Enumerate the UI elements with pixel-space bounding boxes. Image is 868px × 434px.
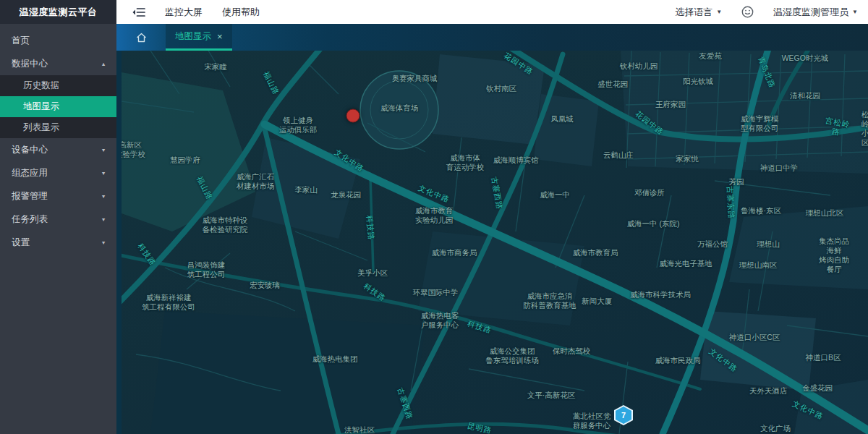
sidebar-menu: 首页数据中心▲历史数据地图显示列表显示设备中心▼组态应用▼报警管理▼任务列表▼设… bbox=[0, 24, 116, 254]
tab-map-display[interactable]: 地图显示 × bbox=[166, 24, 232, 51]
chevron-down-icon: ▼ bbox=[101, 193, 106, 199]
sidebar-submenu: 历史数据地图显示列表显示 bbox=[0, 75, 116, 138]
chevron-up-icon: ▲ bbox=[101, 61, 106, 67]
user-name: 温湿度监测管理员 bbox=[773, 6, 848, 19]
sidebar-item-device-center[interactable]: 设备中心▼ bbox=[0, 138, 116, 161]
sidebar-item-scada-apps[interactable]: 组态应用▼ bbox=[0, 161, 116, 184]
sidebar-item-label: 组态应用 bbox=[12, 167, 48, 179]
service-icon[interactable] bbox=[741, 6, 754, 18]
app-title: 温湿度监测云平台 bbox=[0, 0, 116, 24]
sidebar-item-map-display[interactable]: 地图显示 bbox=[0, 96, 116, 117]
sidebar-item-label: 任务列表 bbox=[12, 213, 48, 226]
map-marker-layer: 7 bbox=[122, 51, 868, 434]
tab-close-icon[interactable]: × bbox=[217, 31, 223, 42]
nav-monitor-screen[interactable]: 监控大屏 bbox=[165, 6, 203, 19]
sidebar-item-list-display[interactable]: 列表显示 bbox=[0, 117, 116, 138]
app-window: 温湿度监测云平台 首页数据中心▲历史数据地图显示列表显示设备中心▼组态应用▼报警… bbox=[0, 0, 868, 434]
chevron-down-icon: ▼ bbox=[101, 216, 106, 222]
content-area: 福山路福山路文化中路文化中路文化中路文化中路花园中路花园中路宫松岭路古寨西路古寨… bbox=[116, 51, 868, 434]
sidebar-item-label: 设备中心 bbox=[12, 144, 48, 156]
home-icon[interactable] bbox=[136, 33, 147, 43]
cluster-marker[interactable]: 7 bbox=[614, 405, 633, 425]
sidebar-item-task-list[interactable]: 任务列表▼ bbox=[0, 208, 116, 231]
sidebar-item-label: 首页 bbox=[12, 35, 30, 47]
chevron-down-icon: ▼ bbox=[101, 147, 106, 153]
chevron-down-icon: ▼ bbox=[716, 9, 722, 15]
map[interactable]: 福山路福山路文化中路文化中路文化中路文化中路花园中路花园中路宫松岭路古寨西路古寨… bbox=[122, 51, 868, 434]
language-select-label: 选择语言 bbox=[675, 6, 712, 19]
alarm-dot-marker[interactable] bbox=[346, 109, 360, 123]
sidebar-item-label: 数据中心 bbox=[12, 58, 48, 70]
topbar: 监控大屏 使用帮助 选择语言 ▼ 温湿度监测管理员 ▼ bbox=[116, 0, 868, 24]
chevron-down-icon: ▼ bbox=[852, 9, 858, 15]
sidebar-item-settings[interactable]: 设置▼ bbox=[0, 231, 116, 254]
user-menu[interactable]: 温湿度监测管理员 ▼ bbox=[773, 6, 858, 19]
chevron-down-icon: ▼ bbox=[101, 239, 106, 245]
sidebar-item-history-data[interactable]: 历史数据 bbox=[0, 75, 116, 96]
nav-help[interactable]: 使用帮助 bbox=[222, 6, 260, 19]
sidebar-item-label: 设置 bbox=[12, 237, 30, 249]
chevron-down-icon: ▼ bbox=[101, 170, 106, 176]
sidebar: 温湿度监测云平台 首页数据中心▲历史数据地图显示列表显示设备中心▼组态应用▼报警… bbox=[0, 0, 116, 434]
sidebar-item-data-center[interactable]: 数据中心▲ bbox=[0, 52, 116, 75]
sidebar-item-alarm-management[interactable]: 报警管理▼ bbox=[0, 184, 116, 208]
tab-label: 地图显示 bbox=[175, 30, 211, 43]
tab-bar: 地图显示 × bbox=[116, 24, 868, 51]
menu-fold-icon[interactable] bbox=[132, 7, 145, 17]
sidebar-item-home[interactable]: 首页 bbox=[0, 29, 116, 52]
language-select[interactable]: 选择语言 ▼ bbox=[675, 6, 722, 19]
sidebar-item-label: 报警管理 bbox=[12, 190, 48, 203]
